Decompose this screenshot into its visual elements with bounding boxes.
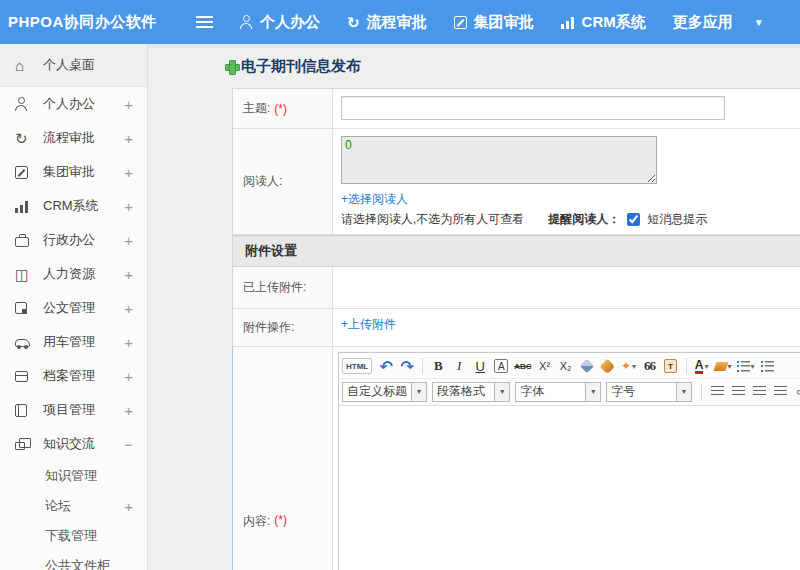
expand-icon[interactable]: +	[124, 266, 133, 283]
blockquote-button[interactable]: 66	[640, 356, 660, 376]
highlight-button[interactable]: ▾	[713, 356, 734, 376]
sidebar-subitem-download-mgmt[interactable]: 下载管理	[0, 521, 147, 551]
content-top-strip	[148, 44, 800, 48]
strikethrough-button[interactable]: ABC	[512, 356, 533, 376]
eraser-button[interactable]	[577, 356, 597, 376]
expand-icon[interactable]: +	[124, 164, 133, 181]
car-icon	[15, 339, 30, 347]
readers-label-cell: 阅读人:	[233, 129, 333, 234]
upload-attachment-link[interactable]: +上传附件	[341, 317, 396, 331]
person-icon	[15, 97, 28, 111]
font-style-button[interactable]: A	[494, 359, 508, 373]
undo-button[interactable]: ↶	[376, 356, 396, 376]
expand-icon[interactable]: +	[124, 96, 133, 113]
caret-down-icon: ▾	[751, 362, 755, 371]
clipboard-icon: T	[664, 359, 677, 373]
content-row: 内容: (*) HTML ↶ ↷ B I U	[232, 347, 800, 570]
sidebar-item-personal-desktop[interactable]: ⌂ 个人桌面	[0, 44, 147, 87]
expand-icon[interactable]: +	[124, 130, 133, 147]
attachment-section-header: 附件设置	[233, 235, 800, 267]
unordered-list-button[interactable]	[758, 356, 778, 376]
readers-row: 阅读人: 0 +选择阅读人 请选择阅读人,不选为所有人可查看 提醒阅读人： 短消…	[233, 129, 800, 235]
align-justify-button[interactable]	[770, 382, 790, 402]
font-family-select[interactable]: 字体 ▾	[515, 382, 601, 402]
custom-title-select[interactable]: 自定义标题 ▾	[342, 382, 427, 402]
page-title: 电子期刊信息发布	[225, 57, 361, 76]
nav-group-approval[interactable]: 集团审批	[454, 13, 534, 32]
uploaded-label-cell: 已上传附件:	[233, 267, 333, 308]
eraser-icon	[579, 359, 593, 373]
readers-tip-line: 请选择阅读人,不选为所有人可查看 提醒阅读人： 短消息提示	[341, 211, 800, 228]
html-source-button[interactable]: HTML	[342, 358, 372, 374]
subscript-button[interactable]: X₂	[556, 356, 576, 376]
paragraph-format-select[interactable]: 段落格式 ▾	[432, 382, 510, 402]
chevron-down-icon[interactable]: ▼	[754, 17, 764, 28]
ordered-list-button[interactable]: ▾	[735, 356, 757, 376]
font-color-button[interactable]: A▾	[692, 356, 712, 376]
underline-button[interactable]: U	[470, 356, 490, 376]
toolbar-row-2: 自定义标题 ▾ 段落格式 ▾ 字体 ▾	[342, 378, 800, 404]
superscript-button[interactable]: X²	[535, 356, 555, 376]
autotypeset-button[interactable]: ✦▾	[619, 356, 639, 376]
expand-icon[interactable]: +	[124, 402, 133, 419]
expand-icon[interactable]: +	[124, 232, 133, 249]
process-icon: ↻	[15, 131, 35, 146]
italic-button[interactable]: I	[449, 356, 469, 376]
align-left-icon	[711, 386, 724, 397]
format-brush-button[interactable]	[598, 356, 618, 376]
nav-crm-system[interactable]: CRM系统	[561, 13, 646, 32]
expand-icon[interactable]: +	[124, 368, 133, 385]
toolbar-separator	[422, 358, 423, 374]
sidebar-item-crm-system[interactable]: CRM系统 +	[0, 189, 147, 223]
sidebar-subitem-public-file-cabinet[interactable]: 公共文件柜	[0, 551, 147, 570]
readers-value-cell: 0 +选择阅读人 请选择阅读人,不选为所有人可查看 提醒阅读人： 短消息提示	[333, 129, 800, 234]
rich-text-editor: HTML ↶ ↷ B I U A ABC X² X₂	[338, 352, 800, 570]
readers-tip-text: 请选择阅读人,不选为所有人可查看	[341, 211, 524, 228]
sidebar-item-archive-mgmt[interactable]: 档案管理 +	[0, 359, 147, 393]
sidebar-item-admin-office[interactable]: 行政办公 +	[0, 223, 147, 257]
sidebar-item-group-approval[interactable]: 集团审批 +	[0, 155, 147, 189]
nav-workflow-approval[interactable]: ↻ 流程审批	[347, 13, 427, 32]
hamburger-menu-icon[interactable]	[196, 16, 213, 28]
align-right-button[interactable]	[749, 382, 769, 402]
sidebar-subitem-forum[interactable]: 论坛 +	[0, 491, 147, 521]
readers-textarea[interactable]: 0	[341, 136, 657, 184]
editor-content-area[interactable]	[339, 406, 800, 570]
redo-button[interactable]: ↷	[397, 356, 417, 376]
sidebar-item-knowledge-exchange[interactable]: 知识交流 −	[0, 427, 147, 461]
nav-personal-office[interactable]: 个人办公	[240, 13, 320, 32]
required-mark: (*)	[274, 102, 287, 116]
archive-icon	[15, 371, 28, 382]
align-center-icon	[732, 386, 745, 397]
expand-icon[interactable]: +	[124, 300, 133, 317]
insert-link-button[interactable]: ∞	[791, 382, 800, 402]
nav-more-apps[interactable]: 更多应用	[673, 13, 733, 32]
expand-icon[interactable]: +	[124, 198, 133, 215]
sidebar-subitem-knowledge-mgmt[interactable]: 知识管理	[0, 461, 147, 491]
bold-button[interactable]: B	[428, 356, 448, 376]
sidebar-item-document-mgmt[interactable]: 公文管理 +	[0, 291, 147, 325]
layers-icon	[15, 442, 25, 450]
sidebar-item-workflow-approval[interactable]: ↻ 流程审批 +	[0, 121, 147, 155]
brush-icon	[600, 358, 616, 374]
sms-remind-checkbox[interactable]	[627, 213, 640, 226]
expand-icon[interactable]: +	[124, 498, 133, 515]
align-left-button[interactable]	[707, 382, 727, 402]
subject-input[interactable]	[341, 96, 725, 120]
toolbar-row-1: HTML ↶ ↷ B I U A ABC X² X₂	[342, 354, 800, 378]
expand-icon[interactable]: +	[124, 334, 133, 351]
paste-text-button[interactable]: T	[661, 356, 681, 376]
select-readers-link[interactable]: +选择阅读人	[341, 191, 800, 208]
subject-row: 主题: (*)	[233, 89, 800, 129]
collapse-icon[interactable]: −	[124, 436, 133, 453]
sidebar-item-project-mgmt[interactable]: 项目管理 +	[0, 393, 147, 427]
content-label-cell: 内容: (*)	[233, 347, 333, 570]
align-center-button[interactable]	[728, 382, 748, 402]
sidebar-item-personal-office[interactable]: 个人办公 +	[0, 87, 147, 121]
notebook-icon	[15, 404, 27, 417]
main-content: 电子期刊信息发布 主题: (*) 阅读人: 0 +选择阅读人 请选择阅读人,不选…	[148, 44, 800, 570]
sidebar-item-hr[interactable]: ◫ 人力资源 +	[0, 257, 147, 291]
edit-icon	[15, 166, 28, 179]
font-size-select[interactable]: 字号 ▾	[606, 382, 692, 402]
sidebar-item-vehicle-mgmt[interactable]: 用车管理 +	[0, 325, 147, 359]
